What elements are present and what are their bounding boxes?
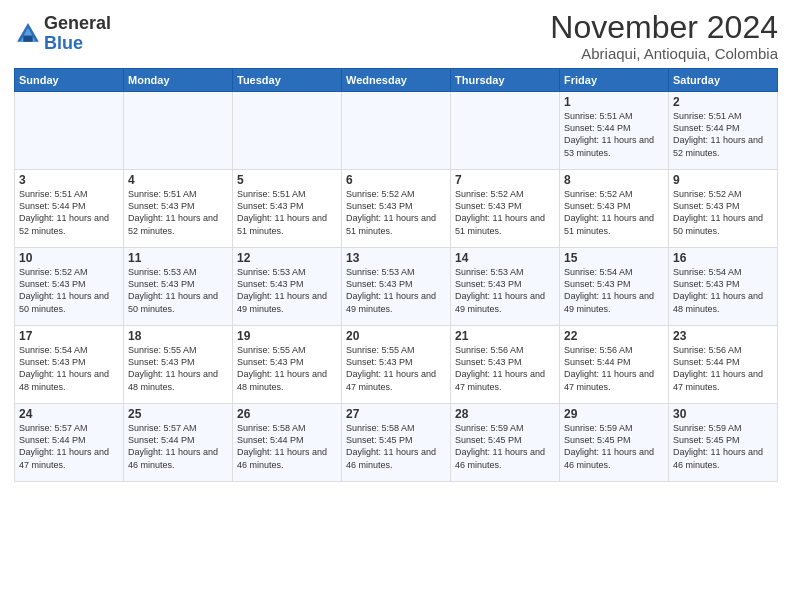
day-info: Sunrise: 5:58 AMSunset: 5:45 PMDaylight:…: [346, 422, 446, 471]
day-number: 18: [128, 329, 228, 343]
day-number: 4: [128, 173, 228, 187]
table-row: [342, 92, 451, 170]
day-info: Sunrise: 5:58 AMSunset: 5:44 PMDaylight:…: [237, 422, 337, 471]
day-number: 14: [455, 251, 555, 265]
header-friday: Friday: [560, 69, 669, 92]
day-number: 5: [237, 173, 337, 187]
day-number: 11: [128, 251, 228, 265]
table-row: 15Sunrise: 5:54 AMSunset: 5:43 PMDayligh…: [560, 248, 669, 326]
day-info: Sunrise: 5:53 AMSunset: 5:43 PMDaylight:…: [455, 266, 555, 315]
day-number: 7: [455, 173, 555, 187]
day-info: Sunrise: 5:51 AMSunset: 5:44 PMDaylight:…: [673, 110, 773, 159]
table-row: 19Sunrise: 5:55 AMSunset: 5:43 PMDayligh…: [233, 326, 342, 404]
table-row: 21Sunrise: 5:56 AMSunset: 5:43 PMDayligh…: [451, 326, 560, 404]
table-row: 9Sunrise: 5:52 AMSunset: 5:43 PMDaylight…: [669, 170, 778, 248]
day-info: Sunrise: 5:56 AMSunset: 5:43 PMDaylight:…: [455, 344, 555, 393]
calendar-table: Sunday Monday Tuesday Wednesday Thursday…: [14, 68, 778, 482]
table-row: [233, 92, 342, 170]
table-row: 16Sunrise: 5:54 AMSunset: 5:43 PMDayligh…: [669, 248, 778, 326]
table-row: 22Sunrise: 5:56 AMSunset: 5:44 PMDayligh…: [560, 326, 669, 404]
header-thursday: Thursday: [451, 69, 560, 92]
title-block: November 2024 Abriaqui, Antioquia, Colom…: [550, 10, 778, 62]
page-container: General Blue November 2024 Abriaqui, Ant…: [0, 0, 792, 488]
day-number: 25: [128, 407, 228, 421]
svg-rect-2: [23, 35, 32, 41]
day-info: Sunrise: 5:56 AMSunset: 5:44 PMDaylight:…: [673, 344, 773, 393]
table-row: 27Sunrise: 5:58 AMSunset: 5:45 PMDayligh…: [342, 404, 451, 482]
logo-blue: Blue: [44, 33, 83, 53]
day-info: Sunrise: 5:53 AMSunset: 5:43 PMDaylight:…: [237, 266, 337, 315]
table-row: 2Sunrise: 5:51 AMSunset: 5:44 PMDaylight…: [669, 92, 778, 170]
table-row: 20Sunrise: 5:55 AMSunset: 5:43 PMDayligh…: [342, 326, 451, 404]
day-info: Sunrise: 5:54 AMSunset: 5:43 PMDaylight:…: [564, 266, 664, 315]
table-row: 7Sunrise: 5:52 AMSunset: 5:43 PMDaylight…: [451, 170, 560, 248]
table-row: 3Sunrise: 5:51 AMSunset: 5:44 PMDaylight…: [15, 170, 124, 248]
day-number: 17: [19, 329, 119, 343]
table-row: 30Sunrise: 5:59 AMSunset: 5:45 PMDayligh…: [669, 404, 778, 482]
table-row: [451, 92, 560, 170]
day-number: 30: [673, 407, 773, 421]
day-number: 16: [673, 251, 773, 265]
day-info: Sunrise: 5:55 AMSunset: 5:43 PMDaylight:…: [346, 344, 446, 393]
table-row: 28Sunrise: 5:59 AMSunset: 5:45 PMDayligh…: [451, 404, 560, 482]
day-info: Sunrise: 5:51 AMSunset: 5:43 PMDaylight:…: [237, 188, 337, 237]
day-number: 6: [346, 173, 446, 187]
table-row: 14Sunrise: 5:53 AMSunset: 5:43 PMDayligh…: [451, 248, 560, 326]
day-number: 24: [19, 407, 119, 421]
header: General Blue November 2024 Abriaqui, Ant…: [14, 10, 778, 62]
table-row: 12Sunrise: 5:53 AMSunset: 5:43 PMDayligh…: [233, 248, 342, 326]
day-info: Sunrise: 5:51 AMSunset: 5:43 PMDaylight:…: [128, 188, 228, 237]
table-row: 24Sunrise: 5:57 AMSunset: 5:44 PMDayligh…: [15, 404, 124, 482]
table-row: 29Sunrise: 5:59 AMSunset: 5:45 PMDayligh…: [560, 404, 669, 482]
logo: General Blue: [14, 14, 111, 54]
day-info: Sunrise: 5:57 AMSunset: 5:44 PMDaylight:…: [128, 422, 228, 471]
day-info: Sunrise: 5:56 AMSunset: 5:44 PMDaylight:…: [564, 344, 664, 393]
day-number: 29: [564, 407, 664, 421]
day-info: Sunrise: 5:55 AMSunset: 5:43 PMDaylight:…: [128, 344, 228, 393]
day-info: Sunrise: 5:59 AMSunset: 5:45 PMDaylight:…: [564, 422, 664, 471]
calendar-week-row: 1Sunrise: 5:51 AMSunset: 5:44 PMDaylight…: [15, 92, 778, 170]
day-number: 26: [237, 407, 337, 421]
logo-general: General: [44, 13, 111, 33]
day-number: 3: [19, 173, 119, 187]
day-info: Sunrise: 5:52 AMSunset: 5:43 PMDaylight:…: [564, 188, 664, 237]
day-info: Sunrise: 5:52 AMSunset: 5:43 PMDaylight:…: [673, 188, 773, 237]
day-info: Sunrise: 5:54 AMSunset: 5:43 PMDaylight:…: [673, 266, 773, 315]
table-row: 23Sunrise: 5:56 AMSunset: 5:44 PMDayligh…: [669, 326, 778, 404]
header-wednesday: Wednesday: [342, 69, 451, 92]
day-info: Sunrise: 5:51 AMSunset: 5:44 PMDaylight:…: [19, 188, 119, 237]
day-info: Sunrise: 5:59 AMSunset: 5:45 PMDaylight:…: [455, 422, 555, 471]
day-number: 22: [564, 329, 664, 343]
day-number: 15: [564, 251, 664, 265]
day-number: 8: [564, 173, 664, 187]
day-info: Sunrise: 5:51 AMSunset: 5:44 PMDaylight:…: [564, 110, 664, 159]
day-number: 19: [237, 329, 337, 343]
table-row: 13Sunrise: 5:53 AMSunset: 5:43 PMDayligh…: [342, 248, 451, 326]
table-row: 25Sunrise: 5:57 AMSunset: 5:44 PMDayligh…: [124, 404, 233, 482]
day-number: 10: [19, 251, 119, 265]
day-number: 21: [455, 329, 555, 343]
day-number: 12: [237, 251, 337, 265]
table-row: 10Sunrise: 5:52 AMSunset: 5:43 PMDayligh…: [15, 248, 124, 326]
logo-icon: [14, 20, 42, 48]
table-row: 5Sunrise: 5:51 AMSunset: 5:43 PMDaylight…: [233, 170, 342, 248]
day-info: Sunrise: 5:52 AMSunset: 5:43 PMDaylight:…: [19, 266, 119, 315]
table-row: 18Sunrise: 5:55 AMSunset: 5:43 PMDayligh…: [124, 326, 233, 404]
header-saturday: Saturday: [669, 69, 778, 92]
day-number: 20: [346, 329, 446, 343]
day-info: Sunrise: 5:54 AMSunset: 5:43 PMDaylight:…: [19, 344, 119, 393]
day-number: 28: [455, 407, 555, 421]
day-number: 27: [346, 407, 446, 421]
table-row: [15, 92, 124, 170]
day-number: 2: [673, 95, 773, 109]
day-info: Sunrise: 5:53 AMSunset: 5:43 PMDaylight:…: [128, 266, 228, 315]
day-number: 1: [564, 95, 664, 109]
day-info: Sunrise: 5:53 AMSunset: 5:43 PMDaylight:…: [346, 266, 446, 315]
table-row: 4Sunrise: 5:51 AMSunset: 5:43 PMDaylight…: [124, 170, 233, 248]
table-row: 26Sunrise: 5:58 AMSunset: 5:44 PMDayligh…: [233, 404, 342, 482]
table-row: 8Sunrise: 5:52 AMSunset: 5:43 PMDaylight…: [560, 170, 669, 248]
day-number: 23: [673, 329, 773, 343]
table-row: 1Sunrise: 5:51 AMSunset: 5:44 PMDaylight…: [560, 92, 669, 170]
header-tuesday: Tuesday: [233, 69, 342, 92]
calendar-week-row: 17Sunrise: 5:54 AMSunset: 5:43 PMDayligh…: [15, 326, 778, 404]
